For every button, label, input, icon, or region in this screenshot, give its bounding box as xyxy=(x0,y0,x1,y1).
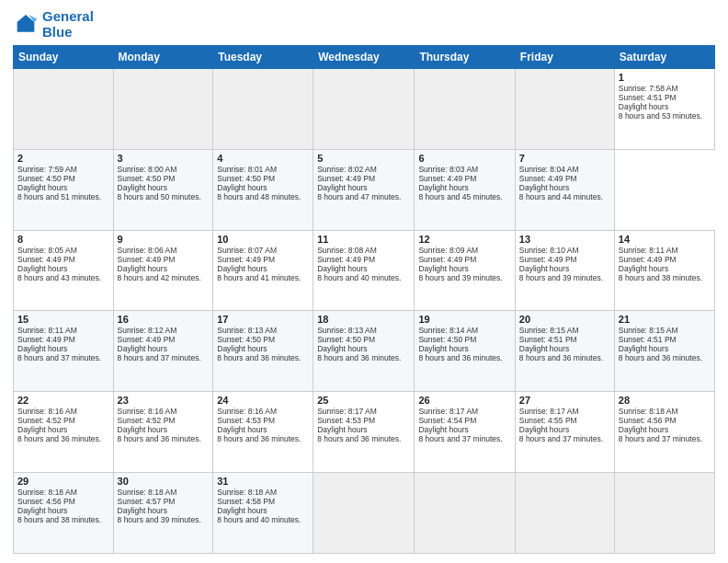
header: General Blue xyxy=(13,9,715,40)
logo: General Blue xyxy=(13,9,94,40)
day-number: 6 xyxy=(418,153,510,164)
header-day: Thursday xyxy=(415,46,515,69)
calendar-cell-empty xyxy=(515,69,614,150)
day-number: 3 xyxy=(118,153,210,164)
calendar-cell: 6Sunrise: 8:03 AMSunset: 4:49 PMDaylight… xyxy=(415,149,515,230)
day-number: 10 xyxy=(217,234,309,245)
calendar-cell-empty xyxy=(313,473,415,554)
calendar-cell: 23Sunrise: 8:16 AMSunset: 4:52 PMDayligh… xyxy=(113,392,213,473)
day-number: 14 xyxy=(619,234,711,245)
calendar-cell: 30Sunrise: 8:18 AMSunset: 4:57 PMDayligh… xyxy=(113,473,213,554)
calendar-cell-empty xyxy=(113,69,213,150)
day-number: 9 xyxy=(118,234,210,245)
calendar-body: 1Sunrise: 7:58 AMSunset: 4:51 PMDaylight… xyxy=(14,69,715,554)
calendar-week-row: 29Sunrise: 8:18 AMSunset: 4:56 PMDayligh… xyxy=(14,473,715,554)
calendar-cell: 18Sunrise: 8:13 AMSunset: 4:50 PMDayligh… xyxy=(313,311,415,392)
calendar-cell: 8Sunrise: 8:05 AMSunset: 4:49 PMDaylight… xyxy=(14,230,114,311)
calendar-cell-empty xyxy=(614,473,714,554)
day-number: 8 xyxy=(17,234,109,245)
calendar-cell: 4Sunrise: 8:01 AMSunset: 4:50 PMDaylight… xyxy=(213,149,313,230)
calendar-cell: 9Sunrise: 8:06 AMSunset: 4:49 PMDaylight… xyxy=(113,230,213,311)
day-number: 28 xyxy=(619,395,711,406)
calendar-cell: 17Sunrise: 8:13 AMSunset: 4:50 PMDayligh… xyxy=(213,311,313,392)
day-number: 16 xyxy=(118,314,210,325)
calendar-cell: 1Sunrise: 7:58 AMSunset: 4:51 PMDaylight… xyxy=(614,69,714,150)
calendar-cell: 16Sunrise: 8:12 AMSunset: 4:49 PMDayligh… xyxy=(113,311,213,392)
day-number: 25 xyxy=(317,395,410,406)
calendar-cell-empty xyxy=(313,69,415,150)
day-number: 24 xyxy=(217,395,309,406)
calendar-cell-empty xyxy=(515,473,614,554)
logo-icon xyxy=(13,12,39,38)
calendar-cell: 26Sunrise: 8:17 AMSunset: 4:54 PMDayligh… xyxy=(415,392,515,473)
header-day: Friday xyxy=(515,46,614,69)
calendar-cell-empty xyxy=(213,69,313,150)
day-number: 27 xyxy=(519,395,610,406)
day-number: 29 xyxy=(17,476,109,487)
day-number: 30 xyxy=(118,476,210,487)
calendar-table: SundayMondayTuesdayWednesdayThursdayFrid… xyxy=(13,45,715,554)
day-number: 17 xyxy=(217,314,309,325)
header-day: Monday xyxy=(113,46,213,69)
calendar-cell: 3Sunrise: 8:00 AMSunset: 4:50 PMDaylight… xyxy=(113,149,213,230)
calendar-cell: 13Sunrise: 8:10 AMSunset: 4:49 PMDayligh… xyxy=(515,230,614,311)
day-number: 23 xyxy=(118,395,210,406)
calendar-cell: 10Sunrise: 8:07 AMSunset: 4:49 PMDayligh… xyxy=(213,230,313,311)
calendar-cell: 24Sunrise: 8:16 AMSunset: 4:53 PMDayligh… xyxy=(213,392,313,473)
day-number: 21 xyxy=(619,314,711,325)
calendar-week-row: 8Sunrise: 8:05 AMSunset: 4:49 PMDaylight… xyxy=(14,230,715,311)
day-number: 18 xyxy=(317,314,410,325)
calendar-cell: 2Sunrise: 7:59 AMSunset: 4:50 PMDaylight… xyxy=(14,149,114,230)
page: General Blue SundayMondayTuesdayWednesda… xyxy=(0,0,728,563)
calendar-cell: 22Sunrise: 8:16 AMSunset: 4:52 PMDayligh… xyxy=(14,392,114,473)
day-number: 19 xyxy=(418,314,510,325)
calendar-cell: 21Sunrise: 8:15 AMSunset: 4:51 PMDayligh… xyxy=(614,311,714,392)
header-day: Sunday xyxy=(14,46,114,69)
day-number: 11 xyxy=(317,234,410,245)
calendar-cell: 20Sunrise: 8:15 AMSunset: 4:51 PMDayligh… xyxy=(515,311,614,392)
calendar-week-row: 22Sunrise: 8:16 AMSunset: 4:52 PMDayligh… xyxy=(14,392,715,473)
calendar-cell: 27Sunrise: 8:17 AMSunset: 4:55 PMDayligh… xyxy=(515,392,614,473)
calendar-week-row: 2Sunrise: 7:59 AMSunset: 4:50 PMDaylight… xyxy=(14,149,715,230)
calendar-cell: 31Sunrise: 8:18 AMSunset: 4:58 PMDayligh… xyxy=(213,473,313,554)
day-number: 1 xyxy=(619,72,711,83)
day-number: 12 xyxy=(418,234,510,245)
day-number: 26 xyxy=(418,395,510,406)
day-number: 22 xyxy=(17,395,109,406)
calendar-cell: 14Sunrise: 8:11 AMSunset: 4:49 PMDayligh… xyxy=(614,230,714,311)
calendar-header-row: SundayMondayTuesdayWednesdayThursdayFrid… xyxy=(14,46,715,69)
day-number: 7 xyxy=(519,153,610,164)
day-number: 13 xyxy=(519,234,610,245)
calendar-cell: 7Sunrise: 8:04 AMSunset: 4:49 PMDaylight… xyxy=(515,149,614,230)
day-number: 31 xyxy=(217,476,309,487)
day-number: 5 xyxy=(317,153,410,164)
day-number: 4 xyxy=(217,153,309,164)
calendar-cell: 5Sunrise: 8:02 AMSunset: 4:49 PMDaylight… xyxy=(313,149,415,230)
calendar-cell: 19Sunrise: 8:14 AMSunset: 4:50 PMDayligh… xyxy=(415,311,515,392)
calendar-cell-empty xyxy=(14,69,114,150)
day-number: 2 xyxy=(17,153,109,164)
day-number: 15 xyxy=(17,314,109,325)
calendar-cell: 25Sunrise: 8:17 AMSunset: 4:53 PMDayligh… xyxy=(313,392,415,473)
calendar-cell: 28Sunrise: 8:18 AMSunset: 4:56 PMDayligh… xyxy=(614,392,714,473)
header-day: Saturday xyxy=(614,46,714,69)
logo-text: General Blue xyxy=(42,9,94,40)
header-day: Wednesday xyxy=(313,46,415,69)
calendar-week-row: 15Sunrise: 8:11 AMSunset: 4:49 PMDayligh… xyxy=(14,311,715,392)
calendar-week-row: 1Sunrise: 7:58 AMSunset: 4:51 PMDaylight… xyxy=(14,69,715,150)
calendar-cell: 11Sunrise: 8:08 AMSunset: 4:49 PMDayligh… xyxy=(313,230,415,311)
day-number: 20 xyxy=(519,314,610,325)
calendar-cell: 15Sunrise: 8:11 AMSunset: 4:49 PMDayligh… xyxy=(14,311,114,392)
calendar-cell: 29Sunrise: 8:18 AMSunset: 4:56 PMDayligh… xyxy=(14,473,114,554)
header-day: Tuesday xyxy=(213,46,313,69)
calendar-cell: 12Sunrise: 8:09 AMSunset: 4:49 PMDayligh… xyxy=(415,230,515,311)
calendar-cell-empty xyxy=(415,69,515,150)
calendar-cell-empty xyxy=(415,473,515,554)
